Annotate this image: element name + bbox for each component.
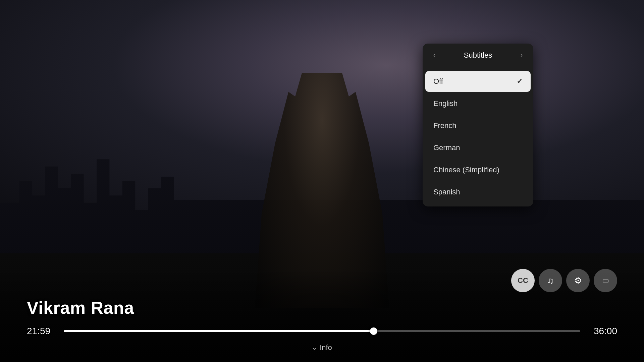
subtitle-item-chinese-simplified[interactable]: Chinese (Simplified) (425, 160, 531, 180)
subtitles-button[interactable]: CC (511, 269, 535, 292)
panel-title: Subtitles (438, 51, 518, 60)
subtitle-item-label: Chinese (Simplified) (433, 166, 499, 174)
panel-nav-prev[interactable]: ‹ (431, 50, 438, 60)
subtitle-item-french[interactable]: French (425, 115, 531, 136)
subtitle-item-label: Off (433, 77, 443, 86)
movie-title: Vikram Rana (27, 298, 617, 318)
info-label: Info (320, 343, 332, 352)
subtitle-item-label: Spanish (433, 188, 460, 196)
cc-icon: CC (518, 276, 528, 285)
subtitle-item-off[interactable]: Off ✓ (425, 71, 531, 92)
checkmark-icon: ✓ (517, 77, 523, 86)
subtitle-item-label: English (433, 99, 458, 108)
subtitles-panel: ‹ Subtitles › Off ✓ English French Germa… (423, 44, 533, 206)
subtitle-item-german[interactable]: German (425, 137, 531, 158)
progress-track[interactable] (64, 330, 580, 332)
subtitle-list: Off ✓ English French German Chinese (Sim… (423, 67, 533, 206)
subtitle-item-english[interactable]: English (425, 93, 531, 114)
pip-icon: ▭ (602, 276, 609, 285)
settings-button[interactable]: ⚙ (566, 269, 590, 292)
settings-icon: ⚙ (574, 276, 582, 286)
progress-thumb[interactable] (370, 327, 377, 335)
subtitle-item-spanish[interactable]: Spanish (425, 182, 531, 202)
current-time: 21:59 (27, 326, 57, 337)
progress-row: 21:59 36:00 (27, 326, 617, 337)
subtitle-item-label: French (433, 121, 456, 130)
subtitle-item-label: German (433, 143, 460, 152)
controls-bar: CC ♫ ⚙ ▭ Vikram Rana 21:59 36:00 ⌄ Info (0, 269, 644, 362)
total-time: 36:00 (587, 326, 617, 337)
playback-icons-row: CC ♫ ⚙ ▭ (27, 269, 617, 292)
progress-fill (64, 330, 374, 332)
pip-button[interactable]: ▭ (594, 269, 617, 292)
panel-header: ‹ Subtitles › (423, 44, 533, 67)
audio-button[interactable]: ♫ (539, 269, 562, 292)
panel-nav-next[interactable]: › (518, 50, 525, 60)
info-row[interactable]: ⌄ Info (27, 343, 617, 352)
music-note-icon: ♫ (547, 276, 554, 286)
chevron-down-icon: ⌄ (312, 344, 317, 351)
